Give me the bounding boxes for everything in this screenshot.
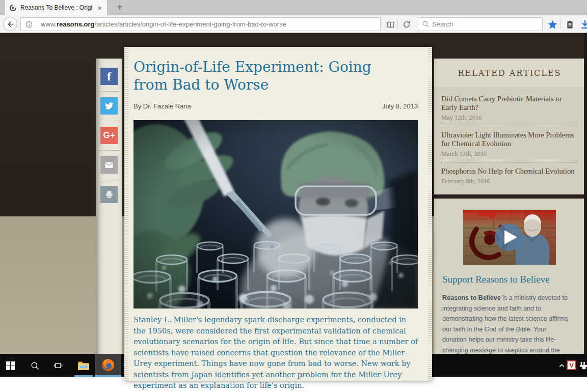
page-background-edge xyxy=(584,33,587,354)
firefox-icon[interactable] xyxy=(101,358,115,372)
site-favicon-icon xyxy=(9,4,17,12)
related-article-link[interactable]: Did Comets Carry Prebiotic Materials to … xyxy=(441,95,578,112)
facebook-icon: f xyxy=(107,70,111,83)
tab-close-icon[interactable]: × xyxy=(96,4,103,12)
bookmarks-menu-icon[interactable] xyxy=(564,18,576,31)
twitter-icon xyxy=(104,101,114,111)
search-input[interactable] xyxy=(432,20,524,28)
address-bar[interactable]: www.reasons.org/articles/articles/origin… xyxy=(20,17,381,31)
running-indicator xyxy=(74,375,93,377)
page-title: Origin-of-Life Experiment: Going from Ba… xyxy=(134,58,409,94)
tray-partial-icon[interactable] xyxy=(579,358,587,373)
browser-tab[interactable]: Reasons To Believe : Origi... × xyxy=(5,0,107,15)
related-articles-list: Did Comets Carry Prebiotic Materials to … xyxy=(434,87,585,194)
related-article-date: May 12th, 2016 xyxy=(441,114,578,122)
printer-icon xyxy=(104,190,114,200)
related-article-date: March 17th, 2016 xyxy=(441,150,578,158)
google-plus-icon: G+ xyxy=(103,130,115,141)
list-item[interactable]: Phosphorus No Help for Chemical Evolutio… xyxy=(441,162,578,189)
taskbar-search-icon[interactable] xyxy=(28,358,42,373)
sidebar: RELATED ARTICLES Did Comets Carry Prebio… xyxy=(434,59,585,369)
task-view-icon[interactable] xyxy=(51,358,65,373)
related-article-date: February 8th, 2016 xyxy=(441,178,578,185)
related-article-link[interactable]: Ultraviolet Light Illuminates More Probl… xyxy=(441,131,578,148)
search-icon xyxy=(422,20,430,28)
google-plus-share-button[interactable]: G+ xyxy=(100,127,118,144)
tab-title: Reasons To Believe : Origi... xyxy=(20,4,93,11)
list-item[interactable]: Ultraviolet Light Illuminates More Probl… xyxy=(441,126,578,162)
article-hero-image xyxy=(134,120,418,309)
list-item[interactable]: Did Comets Carry Prebiotic Materials to … xyxy=(441,90,578,126)
support-heading-link[interactable]: Support Reasons to Believe xyxy=(442,274,577,285)
running-indicator-active xyxy=(95,375,121,377)
facebook-share-button[interactable]: f xyxy=(100,68,118,85)
play-button-icon[interactable] xyxy=(463,210,556,265)
bookmark-star-icon[interactable] xyxy=(546,18,558,31)
antivirus-glyph: V xyxy=(569,361,574,369)
article-card: Origin-of-Life Experiment: Going from Ba… xyxy=(124,47,432,381)
card-right-edge xyxy=(428,47,432,381)
search-box[interactable] xyxy=(418,17,543,31)
related-articles-heading: RELATED ARTICLES xyxy=(434,59,585,87)
reader-mode-icon[interactable] xyxy=(384,18,396,31)
webpage-viewport: f G+ Origin-of-Life Experiment: Going fr… xyxy=(0,33,587,354)
new-tab-button[interactable]: + xyxy=(113,1,126,14)
back-button[interactable] xyxy=(3,17,17,31)
browser-toolbar: www.reasons.org/articles/articles/origin… xyxy=(0,15,587,33)
email-share-button[interactable] xyxy=(100,156,118,174)
support-panel: Support Reasons to Believe Reasons to Be… xyxy=(434,199,585,369)
print-button[interactable] xyxy=(100,186,118,203)
url-text: www.reasons.org/articles/articles/origin… xyxy=(41,20,286,28)
downloads-icon[interactable] xyxy=(579,18,587,31)
site-info-icon[interactable] xyxy=(25,20,33,29)
support-lead: Reasons to Believe xyxy=(442,294,501,301)
article-byline: By Dr. Fazale Rana xyxy=(134,102,191,110)
file-explorer-icon[interactable] xyxy=(76,358,91,373)
email-icon xyxy=(104,160,114,170)
video-thumbnail[interactable] xyxy=(463,210,556,265)
tray-antivirus-icon[interactable]: V xyxy=(567,360,576,370)
desktop-screen: Reasons To Believe : Origi... × + www.re… xyxy=(0,0,587,392)
twitter-share-button[interactable] xyxy=(100,97,118,115)
browser-tab-bar: Reasons To Believe : Origi... × + xyxy=(0,0,587,15)
related-article-link[interactable]: Phosphorus No Help for Chemical Evolutio… xyxy=(441,167,578,176)
reload-icon[interactable] xyxy=(401,18,413,31)
start-button[interactable] xyxy=(3,358,17,373)
card-left-edge xyxy=(124,47,128,381)
social-share-rail: f G+ xyxy=(96,59,122,354)
article-body: Stanley L. Miller's legendary spark-disc… xyxy=(134,315,419,391)
firefox-taskbar-slot[interactable] xyxy=(95,354,121,377)
article-date: July 8, 2013 xyxy=(382,102,418,110)
